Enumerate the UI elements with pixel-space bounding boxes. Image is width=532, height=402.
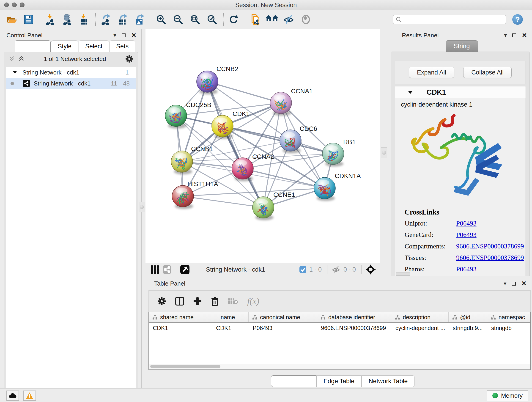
hide-selected-button[interactable] bbox=[282, 13, 296, 26]
results-horizontal-scrollbar-thumb[interactable] bbox=[396, 273, 410, 276]
zoom-in-button[interactable] bbox=[154, 13, 168, 26]
panel-close-icon[interactable]: ✕ bbox=[131, 32, 136, 39]
tab-select[interactable]: Select bbox=[79, 40, 109, 52]
tab-network-table[interactable]: Network Table bbox=[361, 375, 415, 387]
grid-view-icon[interactable] bbox=[151, 265, 159, 274]
crosslink-link[interactable]: 9606.ENSP00000378699 bbox=[456, 242, 524, 250]
cell-database-identifier[interactable]: 9606.ENSP00000378699 bbox=[317, 325, 391, 332]
network-edge-HIST1H1A-CCNE1[interactable] bbox=[183, 196, 263, 207]
column-header-namespace[interactable]: namespac bbox=[487, 312, 530, 322]
network-edge-CCNB2-CCNA1[interactable] bbox=[207, 82, 281, 103]
column-header-description[interactable]: description bbox=[391, 312, 449, 322]
birds-eye-navigator-icon[interactable] bbox=[366, 264, 376, 274]
export-table-button[interactable] bbox=[116, 13, 129, 26]
delete-table-icon[interactable] bbox=[228, 298, 238, 305]
cell-id[interactable]: stringdb:9... bbox=[449, 325, 487, 332]
import-table-file-button[interactable] bbox=[77, 13, 91, 26]
tree-expand-caret-icon[interactable] bbox=[13, 71, 17, 74]
network-node-CDKN1A[interactable]: CDKN1A bbox=[314, 172, 361, 201]
help-button[interactable]: ? bbox=[512, 14, 523, 25]
tab-edge-table[interactable]: Edge Table bbox=[317, 375, 361, 387]
network-collection-row[interactable]: String Network - cdk1 1 bbox=[6, 67, 136, 78]
network-node-CDC25B[interactable]: CDC25B bbox=[165, 101, 211, 128]
column-header-id[interactable]: @id bbox=[449, 312, 487, 322]
copy-network-button[interactable] bbox=[248, 13, 262, 26]
column-header-canonical-name[interactable]: canonical name bbox=[249, 312, 317, 322]
panel-float-icon[interactable] bbox=[512, 33, 516, 37]
cell-canonical-name[interactable]: P06493 bbox=[249, 325, 317, 332]
table-gear-icon[interactable] bbox=[157, 297, 166, 306]
panel-float-icon[interactable] bbox=[512, 282, 516, 286]
warnings-button[interactable] bbox=[23, 390, 36, 401]
panel-close-icon[interactable]: ✕ bbox=[521, 280, 526, 287]
panel-menu-caret-icon[interactable]: ▾ bbox=[504, 280, 506, 287]
collapse-all-button[interactable]: Collapse All bbox=[463, 67, 512, 78]
protein-collapse-caret-icon[interactable] bbox=[408, 90, 413, 94]
zoom-fit-button[interactable] bbox=[188, 13, 202, 26]
panel-float-icon[interactable] bbox=[122, 33, 126, 37]
table-horizontal-scrollbar[interactable] bbox=[149, 364, 530, 369]
export-image-button[interactable] bbox=[133, 13, 146, 26]
crosslink-link[interactable]: P06493 bbox=[456, 265, 476, 273]
tab-string[interactable]: String bbox=[446, 40, 478, 52]
tab-network[interactable]: Network bbox=[15, 40, 51, 52]
search-input[interactable] bbox=[404, 16, 503, 23]
right-splitter-handle[interactable] bbox=[381, 147, 387, 158]
add-column-plus-icon[interactable] bbox=[193, 297, 202, 306]
network-node-CCNA1[interactable]: CCNA1 bbox=[270, 88, 313, 116]
two-houses-button[interactable] bbox=[265, 13, 279, 26]
table-row[interactable]: CDK1 CDK1 P06493 9606.ENSP00000378699 cy… bbox=[149, 323, 530, 333]
crosslink-link[interactable]: P06493 bbox=[456, 231, 476, 239]
expand-all-button[interactable]: Expand All bbox=[409, 67, 454, 78]
tab-node-table[interactable]: Node Table bbox=[271, 375, 317, 387]
network-edge-CCNB2-CCNE1[interactable] bbox=[207, 82, 263, 207]
left-splitter-handle[interactable] bbox=[139, 202, 145, 212]
tab-sets[interactable]: Sets bbox=[109, 40, 135, 52]
show-all-button[interactable] bbox=[299, 13, 312, 26]
network-graph-svg[interactable]: CCNB2CCNA1CDC25BCDK1CDC6RB1CCNB1CCNA2CDK… bbox=[146, 29, 380, 263]
open-session-button[interactable] bbox=[5, 13, 18, 26]
tab-select-label: Select bbox=[85, 43, 102, 50]
tab-style[interactable]: Style bbox=[51, 40, 78, 52]
crosslink-link[interactable]: 9606.ENSP00000378699 bbox=[456, 254, 524, 262]
panel-close-icon[interactable]: ✕ bbox=[522, 32, 527, 39]
panel-menu-caret-icon[interactable]: ▾ bbox=[114, 32, 116, 38]
expand-all-chevron-icon[interactable] bbox=[18, 56, 25, 62]
protein-header-row[interactable]: CDK1 bbox=[395, 86, 526, 98]
zoom-selected-button[interactable] bbox=[205, 13, 219, 26]
network-node-CCNB1[interactable]: CCNB1 bbox=[171, 145, 213, 174]
crosslink-link[interactable]: P06493 bbox=[456, 220, 476, 227]
panel-menu-caret-icon[interactable]: ▾ bbox=[504, 32, 507, 38]
show-columns-icon[interactable] bbox=[175, 297, 184, 306]
cell-name[interactable]: CDK1 bbox=[210, 325, 249, 332]
network-canvas[interactable]: CCNB2CCNA1CDC25BCDK1CDC6RB1CCNB1CCNA2CDK… bbox=[146, 29, 380, 263]
cell-namespace[interactable]: stringdb bbox=[487, 325, 530, 332]
column-header-name[interactable]: name bbox=[210, 312, 249, 322]
cloud-status-button[interactable] bbox=[6, 390, 19, 401]
hidden-eye-icon[interactable] bbox=[331, 266, 341, 274]
function-builder-fx[interactable]: f(x) bbox=[247, 296, 259, 306]
network-node-CDC6[interactable]: CDC6 bbox=[280, 125, 317, 153]
cell-description[interactable]: cyclin-dependent ... bbox=[391, 325, 449, 332]
import-network-file-button[interactable] bbox=[44, 13, 57, 26]
import-network-database-button[interactable] bbox=[60, 13, 74, 26]
network-node-CCNE1[interactable]: CCNE1 bbox=[253, 191, 295, 220]
save-session-button[interactable] bbox=[22, 13, 35, 26]
selected-checkbox-icon[interactable] bbox=[299, 266, 307, 273]
cell-shared-name[interactable]: CDK1 bbox=[149, 325, 210, 332]
table-scrollbar-thumb[interactable] bbox=[150, 365, 220, 368]
column-header-shared-name[interactable]: shared name bbox=[149, 312, 210, 322]
memory-button[interactable]: Memory bbox=[487, 390, 528, 401]
export-network-button[interactable] bbox=[99, 13, 112, 26]
share-view-icon[interactable] bbox=[162, 265, 172, 274]
refresh-button[interactable] bbox=[227, 13, 240, 26]
column-header-database-identifier[interactable]: database identifier bbox=[317, 312, 391, 322]
delete-column-trash-icon[interactable] bbox=[211, 297, 219, 306]
network-node-CCNB2[interactable]: CCNB2 bbox=[196, 65, 238, 95]
zoom-out-button[interactable] bbox=[171, 13, 185, 26]
network-node-RB1[interactable]: RB1 bbox=[322, 138, 355, 167]
network-row-selected[interactable]: String Network - cdk1 11 48 bbox=[6, 78, 136, 89]
gear-icon[interactable] bbox=[125, 55, 133, 63]
detach-view-icon[interactable] bbox=[180, 265, 190, 274]
collapse-all-chevron-icon[interactable] bbox=[8, 56, 15, 62]
